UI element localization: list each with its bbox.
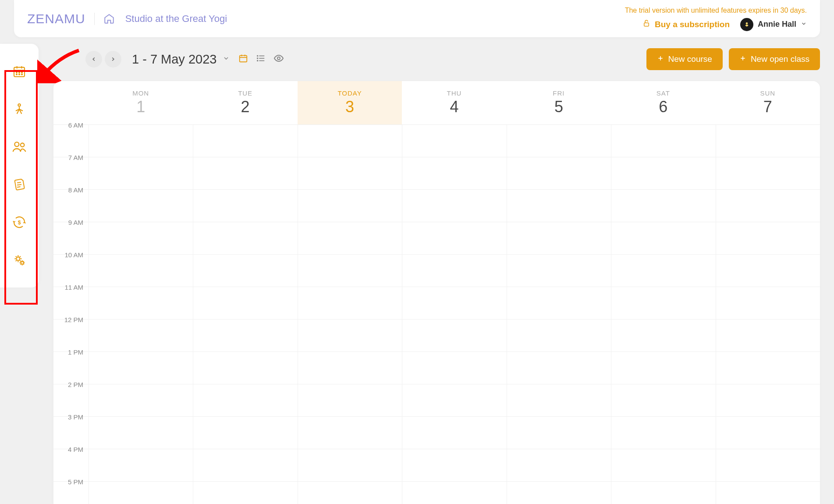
time-cell[interactable] xyxy=(89,319,193,351)
day-header-sat[interactable]: SAT 6 xyxy=(611,81,715,124)
day-header-tue[interactable]: TUE 2 xyxy=(193,81,297,124)
subscribe-link[interactable]: Buy a subscription xyxy=(642,19,730,29)
date-dropdown-chevron-icon[interactable] xyxy=(223,55,230,64)
time-cell[interactable] xyxy=(298,287,402,319)
time-cell[interactable] xyxy=(611,255,715,287)
time-cell[interactable] xyxy=(611,287,715,319)
sidebar-item-calendar[interactable] xyxy=(11,64,27,79)
time-cell[interactable] xyxy=(716,287,820,319)
sidebar-item-settings[interactable] xyxy=(11,252,27,268)
time-cell[interactable] xyxy=(507,157,611,189)
time-cell[interactable] xyxy=(716,190,820,222)
time-cell[interactable] xyxy=(193,125,297,157)
time-cell[interactable] xyxy=(193,417,297,449)
time-cell[interactable] xyxy=(402,287,506,319)
time-cell[interactable] xyxy=(298,449,402,481)
time-cell[interactable] xyxy=(507,319,611,351)
day-header-mon[interactable]: MON 1 xyxy=(89,81,193,124)
user-menu[interactable]: Annie Hall xyxy=(740,18,807,31)
time-cell[interactable] xyxy=(507,352,611,384)
time-cell[interactable] xyxy=(193,222,297,254)
time-cell[interactable] xyxy=(716,222,820,254)
time-cell[interactable] xyxy=(298,319,402,351)
logo[interactable]: ZENAMU xyxy=(27,11,85,26)
time-cell[interactable] xyxy=(611,319,715,351)
visibility-icon[interactable] xyxy=(273,53,284,65)
time-cell[interactable] xyxy=(298,417,402,449)
time-cell[interactable] xyxy=(716,255,820,287)
time-cell[interactable] xyxy=(298,157,402,189)
time-cell[interactable] xyxy=(89,449,193,481)
time-cell[interactable] xyxy=(716,157,820,189)
time-cell[interactable] xyxy=(716,125,820,157)
time-cell[interactable] xyxy=(193,287,297,319)
time-cell[interactable] xyxy=(611,190,715,222)
time-cell[interactable] xyxy=(402,482,506,504)
time-cell[interactable] xyxy=(507,125,611,157)
time-cell[interactable] xyxy=(402,255,506,287)
time-cell[interactable] xyxy=(611,417,715,449)
time-cell[interactable] xyxy=(298,125,402,157)
time-cell[interactable] xyxy=(298,352,402,384)
time-cell[interactable] xyxy=(402,449,506,481)
time-cell[interactable] xyxy=(507,222,611,254)
time-cell[interactable] xyxy=(89,255,193,287)
prev-week-button[interactable] xyxy=(85,51,102,67)
time-cell[interactable] xyxy=(402,319,506,351)
time-cell[interactable] xyxy=(716,482,820,504)
time-cell[interactable] xyxy=(716,449,820,481)
studio-name[interactable]: Studio at the Great Yogi xyxy=(125,13,227,25)
time-cell[interactable] xyxy=(89,482,193,504)
day-header-fri[interactable]: FRI 5 xyxy=(507,81,611,124)
time-cell[interactable] xyxy=(402,384,506,416)
time-cell[interactable] xyxy=(402,190,506,222)
time-cell[interactable] xyxy=(611,125,715,157)
time-cell[interactable] xyxy=(507,255,611,287)
time-cell[interactable] xyxy=(402,222,506,254)
time-cell[interactable] xyxy=(193,384,297,416)
time-cell[interactable] xyxy=(611,449,715,481)
time-cell[interactable] xyxy=(298,222,402,254)
time-cell[interactable] xyxy=(402,157,506,189)
time-cell[interactable] xyxy=(507,417,611,449)
time-cell[interactable] xyxy=(716,319,820,351)
time-cell[interactable] xyxy=(507,190,611,222)
time-cell[interactable] xyxy=(89,157,193,189)
sidebar-item-money[interactable]: $ xyxy=(11,214,27,230)
time-cell[interactable] xyxy=(193,157,297,189)
time-cell[interactable] xyxy=(716,352,820,384)
time-cell[interactable] xyxy=(89,222,193,254)
time-cell[interactable] xyxy=(298,482,402,504)
time-cell[interactable] xyxy=(716,384,820,416)
time-cell[interactable] xyxy=(193,255,297,287)
time-cell[interactable] xyxy=(89,287,193,319)
time-cell[interactable] xyxy=(89,190,193,222)
time-cell[interactable] xyxy=(89,125,193,157)
time-cell[interactable] xyxy=(507,482,611,504)
time-cell[interactable] xyxy=(716,417,820,449)
calendar-view-icon[interactable] xyxy=(238,53,248,65)
time-cell[interactable] xyxy=(193,449,297,481)
time-cell[interactable] xyxy=(507,384,611,416)
day-header-thu[interactable]: THU 4 xyxy=(402,81,506,124)
new-open-class-button[interactable]: New open class xyxy=(729,48,820,70)
time-cell[interactable] xyxy=(402,417,506,449)
home-icon[interactable] xyxy=(103,13,115,25)
date-range[interactable]: 1 - 7 May 2023 xyxy=(132,52,216,67)
list-view-icon[interactable] xyxy=(256,53,266,65)
time-cell[interactable] xyxy=(611,482,715,504)
day-header-today[interactable]: TODAY 3 xyxy=(298,81,402,124)
time-cell[interactable] xyxy=(193,190,297,222)
time-cell[interactable] xyxy=(507,449,611,481)
time-cell[interactable] xyxy=(89,417,193,449)
time-cell[interactable] xyxy=(611,157,715,189)
time-cell[interactable] xyxy=(298,384,402,416)
time-cell[interactable] xyxy=(611,384,715,416)
new-course-button[interactable]: New course xyxy=(646,48,723,70)
sidebar-item-document[interactable] xyxy=(11,177,27,192)
time-cell[interactable] xyxy=(193,482,297,504)
sidebar-item-people[interactable] xyxy=(11,139,27,155)
time-cell[interactable] xyxy=(89,352,193,384)
day-header-sun[interactable]: SUN 7 xyxy=(716,81,820,124)
time-cell[interactable] xyxy=(89,384,193,416)
